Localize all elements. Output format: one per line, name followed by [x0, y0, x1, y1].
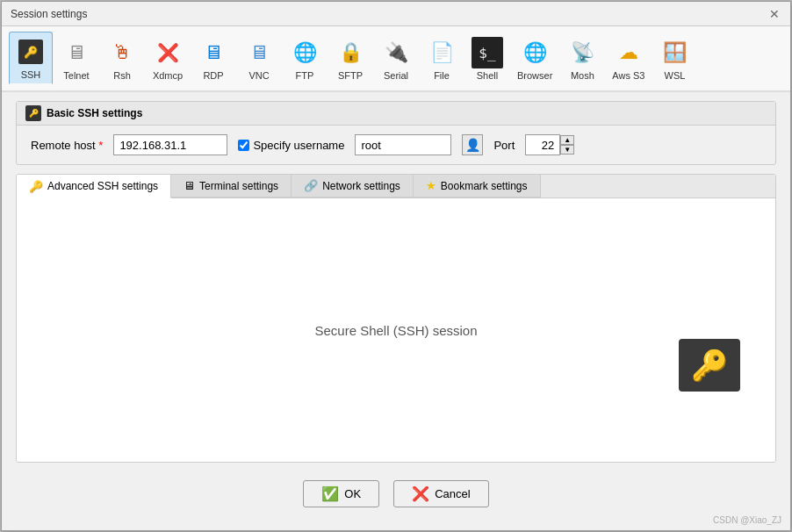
- protocol-shell[interactable]: $_ Shell: [465, 32, 509, 85]
- network-tab-label: Network settings: [322, 180, 400, 192]
- required-star: *: [96, 139, 104, 152]
- ok-button[interactable]: ✅ OK: [303, 480, 379, 507]
- tab-bookmark[interactable]: ★ Bookmark settings: [414, 175, 541, 198]
- protocol-wsl[interactable]: 🪟 WSL: [652, 32, 696, 85]
- protocol-serial[interactable]: 🔌 Serial: [374, 32, 418, 85]
- window-title: Session settings: [11, 8, 87, 20]
- port-input[interactable]: [525, 134, 560, 155]
- wsl-icon: 🪟: [659, 37, 690, 68]
- vnc-label: VNC: [248, 70, 269, 81]
- protocol-sftp[interactable]: 🔒 SFTP: [328, 32, 372, 85]
- remote-host-label: Remote host *: [31, 139, 103, 152]
- protocol-rsh[interactable]: 🖱 Rsh: [100, 32, 144, 85]
- protocol-toolbar: 🔑 SSH 🖥 Telnet 🖱 Rsh ❌ Xdmcp 🖥 RDP 🖥 VNC: [2, 26, 790, 92]
- terminal-tab-icon: 🖥: [184, 179, 195, 192]
- basic-ssh-settings-header: 🔑 Basic SSH settings: [17, 102, 775, 126]
- ftp-label: FTP: [296, 70, 314, 81]
- bookmark-tab-label: Bookmark settings: [441, 180, 528, 192]
- sftp-icon: 🔒: [335, 37, 366, 68]
- session-settings-window: Session settings ✕ 🔑 SSH 🖥 Telnet 🖱 Rsh …: [1, 1, 791, 531]
- close-button[interactable]: ✕: [767, 7, 781, 21]
- user-icon-button[interactable]: 👤: [462, 134, 483, 155]
- browser-icon: 🌐: [519, 37, 551, 68]
- shell-label: Shell: [477, 70, 498, 81]
- ok-label: OK: [344, 487, 361, 500]
- advanced-ssh-tab-icon: 🔑: [29, 180, 43, 193]
- port-label: Port: [493, 139, 515, 152]
- tab-bar: 🔑 Advanced SSH settings 🖥 Terminal setti…: [17, 175, 775, 198]
- cancel-icon: ❌: [412, 485, 429, 502]
- terminal-tab-label: Terminal settings: [199, 180, 278, 192]
- basic-ssh-settings-body: Remote host * Specify username 👤 Port: [17, 126, 775, 164]
- content-area: 🔑 Basic SSH settings Remote host * Speci…: [2, 92, 790, 530]
- network-tab-icon: 🔗: [304, 179, 318, 192]
- basic-ssh-settings-label: Basic SSH settings: [47, 107, 142, 119]
- ssh-label: SSH: [21, 69, 41, 80]
- xdmcp-icon: ❌: [152, 37, 184, 68]
- telnet-icon: 🖥: [61, 37, 92, 68]
- username-input[interactable]: [355, 134, 451, 155]
- protocol-ftp[interactable]: 🌐 FTP: [283, 32, 327, 85]
- telnet-label: Telnet: [63, 70, 89, 81]
- cancel-label: Cancel: [435, 487, 470, 500]
- browser-label: Browser: [517, 70, 552, 81]
- ok-icon: ✅: [321, 485, 339, 502]
- key-icon: 🔑: [691, 348, 728, 383]
- specify-username-checkbox[interactable]: [238, 140, 249, 151]
- tab-panel: 🔑 Advanced SSH settings 🖥 Terminal setti…: [16, 174, 776, 463]
- key-icon-box: 🔑: [679, 339, 740, 392]
- mosh-icon: 📡: [566, 37, 598, 68]
- port-container: ▲ ▼: [525, 134, 574, 155]
- protocol-xdmcp[interactable]: ❌ Xdmcp: [146, 32, 190, 85]
- bottom-bar: ✅ OK ❌ Cancel: [16, 471, 776, 521]
- port-spinner: ▲ ▼: [560, 135, 574, 155]
- watermark: CSDN @Xiao_ZJ: [713, 515, 781, 525]
- title-bar: Session settings ✕: [2, 2, 790, 26]
- awss3-label: Aws S3: [612, 70, 644, 81]
- basic-ssh-settings-group: 🔑 Basic SSH settings Remote host * Speci…: [16, 101, 776, 165]
- specify-username-checkbox-label[interactable]: Specify username: [238, 139, 344, 152]
- rsh-icon: 🖱: [106, 37, 138, 68]
- ssh-header-icon: 🔑: [25, 105, 41, 121]
- ssh-icon: 🔑: [15, 36, 47, 68]
- shell-icon: $_: [472, 37, 503, 68]
- wsl-label: WSL: [665, 70, 686, 81]
- serial-label: Serial: [384, 70, 408, 81]
- protocol-file[interactable]: 📄 File: [420, 32, 464, 85]
- protocol-mosh[interactable]: 📡 Mosh: [560, 32, 604, 85]
- sftp-label: SFTP: [338, 70, 363, 81]
- port-down-button[interactable]: ▼: [560, 145, 574, 155]
- protocol-vnc[interactable]: 🖥 VNC: [237, 32, 281, 85]
- protocol-browser[interactable]: 🌐 Browser: [511, 32, 558, 85]
- remote-host-input[interactable]: [113, 134, 227, 155]
- awss3-icon: ☁: [613, 37, 644, 68]
- file-icon: 📄: [426, 37, 457, 68]
- vnc-icon: 🖥: [243, 37, 275, 68]
- port-up-button[interactable]: ▲: [560, 135, 574, 145]
- protocol-awss3[interactable]: ☁ Aws S3: [606, 32, 651, 85]
- tab-advanced-ssh[interactable]: 🔑 Advanced SSH settings: [17, 175, 171, 198]
- bookmark-tab-icon: ★: [426, 179, 436, 192]
- tab-network[interactable]: 🔗 Network settings: [292, 175, 414, 198]
- ftp-icon: 🌐: [289, 37, 320, 68]
- cancel-button[interactable]: ❌ Cancel: [393, 480, 488, 507]
- tab-content: Secure Shell (SSH) session 🔑: [17, 198, 775, 462]
- rdp-label: RDP: [203, 70, 223, 81]
- protocol-ssh[interactable]: 🔑 SSH: [9, 32, 53, 85]
- rsh-label: Rsh: [113, 70, 131, 81]
- protocol-rdp[interactable]: 🖥 RDP: [191, 32, 235, 85]
- mosh-label: Mosh: [571, 70, 594, 81]
- xdmcp-label: Xdmcp: [153, 70, 183, 81]
- rdp-icon: 🖥: [198, 37, 229, 68]
- protocol-telnet[interactable]: 🖥 Telnet: [54, 32, 98, 85]
- file-label: File: [434, 70, 450, 81]
- specify-username-label: Specify username: [253, 139, 344, 152]
- serial-icon: 🔌: [380, 37, 412, 68]
- advanced-ssh-tab-label: Advanced SSH settings: [47, 180, 158, 192]
- tab-terminal[interactable]: 🖥 Terminal settings: [171, 175, 292, 198]
- ssh-session-text: Secure Shell (SSH) session: [314, 323, 477, 338]
